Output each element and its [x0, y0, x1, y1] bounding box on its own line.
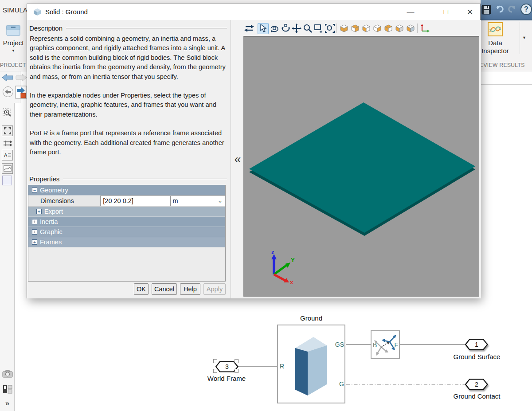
- review-results-section-label: EVIEW RESULTS: [480, 62, 525, 68]
- apply-button[interactable]: Apply: [203, 283, 226, 295]
- inertia-node-row[interactable]: + Inertia: [28, 217, 225, 227]
- project-section-label: PROJECT: [0, 62, 26, 68]
- data-inspector-button[interactable]: Data Inspector: [481, 20, 520, 58]
- ground-surface-label: Ground Surface: [447, 353, 507, 360]
- palette-bar: [0, 103, 15, 411]
- frames-node-row[interactable]: + Frames: [28, 237, 225, 247]
- geometry-node-label: Geometry: [40, 187, 68, 194]
- back-view-icon[interactable]: [383, 23, 394, 34]
- pan-icon[interactable]: [291, 23, 302, 34]
- wire-g-to-outport2[interactable]: [346, 384, 465, 385]
- project-icon: [6, 23, 21, 36]
- selection-handle[interactable]: [235, 359, 239, 363]
- wire-worldframe-to-r[interactable]: [238, 366, 277, 367]
- world-triad-gizmo: z Y x: [261, 249, 298, 284]
- expand-node-icon[interactable]: +: [32, 239, 37, 245]
- help-glyph: ?: [524, 5, 528, 13]
- ground-block[interactable]: [277, 325, 345, 403]
- default-view-icon[interactable]: [405, 23, 416, 34]
- minimize-button[interactable]: —: [403, 6, 418, 18]
- up-to-parent-icon[interactable]: [3, 86, 13, 97]
- frames-node-label: Frames: [40, 239, 62, 246]
- wire-f-to-outport1[interactable]: [400, 344, 465, 345]
- isometric-view-icon[interactable]: [338, 23, 349, 34]
- quick-access-bar: ?: [481, 0, 532, 20]
- graphic-node-row[interactable]: + Graphic: [28, 227, 225, 237]
- save-icon[interactable]: [481, 4, 491, 15]
- screenshot-camera-icon[interactable]: [2, 368, 13, 379]
- close-button[interactable]: ✕: [462, 6, 477, 18]
- model-breadcrumb-icon[interactable]: [15, 86, 27, 99]
- fit-to-screen-icon[interactable]: [2, 125, 13, 136]
- geometry-node-row[interactable]: − Geometry: [28, 185, 225, 196]
- maximize-button[interactable]: □: [438, 6, 454, 18]
- undo-icon[interactable]: [494, 4, 505, 15]
- signal-routing-icon[interactable]: [2, 138, 13, 149]
- zoom-region-icon[interactable]: [313, 23, 324, 34]
- expand-node-icon[interactable]: +: [36, 209, 42, 214]
- description-paragraph: Port R is a frame port that represents a…: [30, 129, 228, 157]
- pane-collapse-handle[interactable]: «: [232, 150, 243, 168]
- redo-icon[interactable]: [506, 4, 518, 15]
- ground-surface-port-number: 1: [465, 341, 488, 348]
- ground-contact-label: Ground Contact: [447, 392, 507, 400]
- ground-port-gs-label: GS: [328, 341, 344, 348]
- color-swatch-icon[interactable]: [2, 176, 12, 185]
- update-visualization-icon[interactable]: [243, 23, 254, 34]
- palette-expand-icon[interactable]: »: [2, 398, 13, 409]
- description-text: Represents a solid combining a geometry,…: [30, 34, 228, 166]
- project-button[interactable]: Project ▼: [0, 21, 27, 59]
- front-view-icon[interactable]: [360, 23, 372, 34]
- annotation-icon[interactable]: A: [2, 150, 13, 160]
- ok-button[interactable]: OK: [134, 283, 149, 295]
- zoom-fit-icon[interactable]: [2, 108, 13, 118]
- bottom-view-icon[interactable]: [394, 23, 405, 34]
- toolbar-separator: [336, 23, 337, 33]
- unit-dropdown-chevron-icon[interactable]: ⌄: [218, 199, 223, 203]
- description-group-header: Description: [29, 24, 229, 32]
- description-label: Description: [29, 24, 63, 32]
- selection-handle[interactable]: [213, 369, 217, 373]
- top-view-icon[interactable]: [349, 23, 360, 34]
- ribbon-tab-simulation[interactable]: SIMULA: [3, 6, 27, 14]
- ground-block-title: Ground: [277, 314, 345, 322]
- dimensions-value-input[interactable]: [20 20 0.2]: [100, 196, 170, 206]
- selection-handle[interactable]: [235, 369, 239, 373]
- select-cursor-icon[interactable]: [258, 23, 269, 34]
- description-paragraph: In the expandable nodes under Properties…: [30, 91, 228, 119]
- viewport-3d[interactable]: z Y x: [243, 36, 479, 297]
- export-node-row[interactable]: + Export: [28, 207, 225, 217]
- properties-group-header: Properties: [29, 175, 229, 183]
- back-arrow-icon[interactable]: [1, 73, 14, 82]
- zoom-icon[interactable]: [302, 23, 313, 34]
- orbit-icon[interactable]: [269, 23, 280, 34]
- description-rule: [66, 28, 227, 28]
- app-window: SIMULA Project ▼ PROJECT: [0, 0, 532, 411]
- toggle-frames-icon[interactable]: [419, 23, 430, 34]
- world-frame-label: World Frame: [200, 375, 254, 382]
- dialog-titlebar[interactable]: Solid : Ground — □ ✕: [27, 4, 480, 20]
- solid-brick-icon: [278, 325, 344, 403]
- description-paragraph: Represents a solid combining a geometry,…: [30, 34, 228, 82]
- side-view-icon[interactable]: [372, 23, 383, 34]
- help-button[interactable]: Help: [180, 283, 200, 295]
- expand-node-icon[interactable]: +: [32, 229, 37, 235]
- dialog-button-row: OK Cancel Help Apply: [27, 283, 226, 295]
- fit-to-view-icon[interactable]: [324, 23, 335, 34]
- viewmarks-icon[interactable]: [2, 384, 13, 395]
- visualization-toolbar: [231, 21, 481, 36]
- forward-arrow-icon[interactable]: [15, 73, 27, 82]
- results-dropdown-arrow-icon[interactable]: ▼: [522, 35, 526, 40]
- expand-node-icon[interactable]: +: [32, 219, 37, 224]
- transform-port-b-label: B: [373, 341, 377, 348]
- cancel-button[interactable]: Cancel: [152, 283, 177, 295]
- help-icon[interactable]: ?: [520, 4, 532, 15]
- wire-gs-to-b[interactable]: [346, 344, 371, 345]
- dimensions-unit-select[interactable]: m ⌄: [170, 196, 225, 206]
- roll-icon[interactable]: [280, 23, 291, 34]
- dialog-visualization-pane: « z Y x: [231, 20, 481, 298]
- ground-port-r-label: R: [280, 363, 284, 370]
- collapse-node-icon[interactable]: −: [32, 188, 37, 193]
- image-icon[interactable]: [2, 163, 13, 174]
- selection-handle[interactable]: [213, 359, 217, 363]
